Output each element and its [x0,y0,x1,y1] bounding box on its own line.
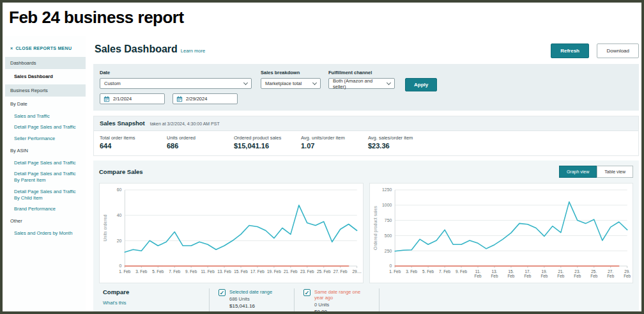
y-tick-label: 250 [384,249,392,253]
x-tick-label: 1. Feb [389,269,401,274]
legend-sales: $0.00 [314,309,370,314]
x-tick-label: 15. Feb [234,269,248,274]
calendar-icon [176,96,183,102]
legend-checkbox[interactable]: ✓ [218,289,226,296]
compare-footer: Compare What's this ✓Selected date range… [99,288,633,314]
x-tick-label: 11. Feb [201,269,215,274]
fulfillment-channel-label: Fulfillment channel [328,70,395,75]
app-window: Feb 24 business report × CLOSE REPORTS M… [0,0,644,314]
x-tick-label: 13. Feb [217,269,231,274]
metric-label: Avg. sales/order item [368,135,435,141]
x-tick-label: 11.Feb [474,269,481,279]
y-tick-label: 20 [117,239,122,243]
date-range-value: Custom [104,81,121,86]
close-icon: × [10,46,13,51]
legend-item: ✓Selected date range686 Units$15,041.16 [209,288,294,314]
x-tick-label: 7. Feb [439,269,450,274]
sidebar-groups: DashboardsSales DashboardBusiness Report… [5,57,86,239]
table-view-button[interactable]: Table view [597,166,633,178]
sales-snapshot-timestamp: taken at 3/2/2024, 4:30:00 AM PST [150,122,220,126]
download-button[interactable]: Download [597,43,639,58]
refresh-button[interactable]: Refresh [551,43,589,58]
legend-label: Selected date range [229,289,272,295]
chevron-down-icon [387,80,391,84]
fulfillment-channel-filter: Fulfillment channel Both (Amazon and sel… [328,70,395,89]
legend-texts: Same date range one year ago0 Units$0.00 [314,289,370,314]
x-tick-label: 19. Feb [267,269,281,274]
sales-snapshot-title: Sales Snapshot [100,120,145,127]
fulfillment-channel-value: Both (Amazon and seller) [333,78,383,90]
start-date-input[interactable]: 2/1/2024 [100,93,165,104]
x-tick-label: 25.Feb [590,269,597,279]
sidebar-link[interactable]: Seller Performance [5,133,86,145]
x-tick-label: 3. Feb [406,269,417,274]
metric-value: $15,041.16 [234,142,301,150]
main-content: Sales DashboardLearn more Refresh Downlo… [86,36,641,311]
apply-button[interactable]: Apply [405,78,437,91]
sidebar-link[interactable]: Detail Page Sales and Traffic By Parent … [5,168,86,186]
graph-view-button[interactable]: Graph view [559,166,597,178]
document-title-bar: Feb 24 business report [3,3,641,36]
units-ordered-chart-svg: 02040601. Feb3. Feb5. Feb7. Feb9. Feb11.… [100,184,363,283]
x-tick-label: 5. Feb [422,269,434,274]
legend-units: 0 Units [314,302,370,308]
end-date-input[interactable]: 2/29/2024 [172,93,238,104]
snapshot-metrics-row: Total order items644Units ordered686Orde… [94,131,638,155]
fulfillment-channel-select[interactable]: Both (Amazon and seller) [328,78,395,89]
dashboard-title-wrap: Sales DashboardLearn more [95,43,205,55]
date-filter: Date Custom 2/1/2024 2/29/2024 [100,70,252,104]
compare-info: Compare What's this [103,288,209,314]
date-range-select[interactable]: Custom [100,78,252,89]
sidebar-group-header: Dashboards [5,57,86,69]
x-tick-label: 19.Feb [540,269,548,279]
x-tick-label: 1. Feb [119,269,131,274]
legend-label: Same date range one year ago [314,289,370,301]
x-tick-label: 9. Feb [456,269,467,274]
y-tick-label: 500 [384,233,392,238]
filter-panel: Date Custom 2/1/2024 2/29/2024 [93,64,639,111]
legend-units: 686 Units [229,296,272,302]
sales-breakdown-filter: Sales breakdown Marketplace total [261,70,321,89]
header-buttons: Refresh Download [551,43,639,58]
sidebar-link[interactable]: Sales and Traffic [5,111,86,122]
sidebar-link[interactable]: Sales and Orders by Month [5,228,86,239]
metric-value: $23.36 [368,142,435,150]
calendar-icon [103,96,110,102]
x-tick-label: 15.Feb [507,269,514,279]
series-line [395,202,627,251]
x-tick-label: 9. Feb [185,269,197,274]
snapshot-metric: Avg. sales/order item$23.36 [368,135,435,150]
x-tick-label: 21.Feb [557,269,564,279]
page-body: × CLOSE REPORTS MENU DashboardsSales Das… [3,36,641,311]
x-tick-label: 17. Feb [250,269,264,274]
y-tick-label: 40 [117,213,122,217]
metric-value: 1.07 [301,142,368,150]
compare-legend: ✓Selected date range686 Units$15,041.16✓… [209,288,379,314]
compare-label: Compare [103,288,209,295]
sidebar-category: By ASIN [5,145,86,157]
learn-more-link[interactable]: Learn more [181,48,205,54]
date-inputs: 2/1/2024 2/29/2024 [100,93,252,104]
whats-this-link[interactable]: What's this [103,300,126,306]
y-tick-label: 0 [119,263,122,268]
sidebar-item-active[interactable]: Sales Dashboard [5,70,86,84]
snapshot-metric: Ordered product sales$15,041.16 [234,135,301,150]
sales-breakdown-select[interactable]: Marketplace total [261,78,321,89]
close-reports-menu-button[interactable]: × CLOSE REPORTS MENU [5,45,86,57]
ordered-product-sales-chart-svg: 0250500750100012501. Feb3. Feb5. Feb7. F… [370,184,633,283]
y-tick-label: 750 [384,218,392,223]
x-tick-label: 21. Feb [284,269,298,274]
snapshot-metric: Avg. units/order item1.07 [301,135,368,150]
legend-checkbox[interactable]: ✓ [303,289,310,296]
sidebar-link[interactable]: Detail Page Sales and Traffic [5,157,86,169]
y-axis-title: Units ordered [103,214,107,241]
sidebar-category: Other [5,215,86,228]
sidebar-link[interactable]: Brand Performance [5,203,86,215]
y-axis-title: Ordered product sales [372,205,378,250]
series-line [125,205,356,252]
sidebar-link[interactable]: Detail Page Sales and Traffic [5,122,86,133]
sidebar-link[interactable]: Detail Page Sales and Traffic By Child I… [5,186,86,204]
x-tick-label: 29.... [353,269,362,274]
metric-label: Units ordered [167,135,234,141]
metric-label: Avg. units/order item [301,135,368,141]
